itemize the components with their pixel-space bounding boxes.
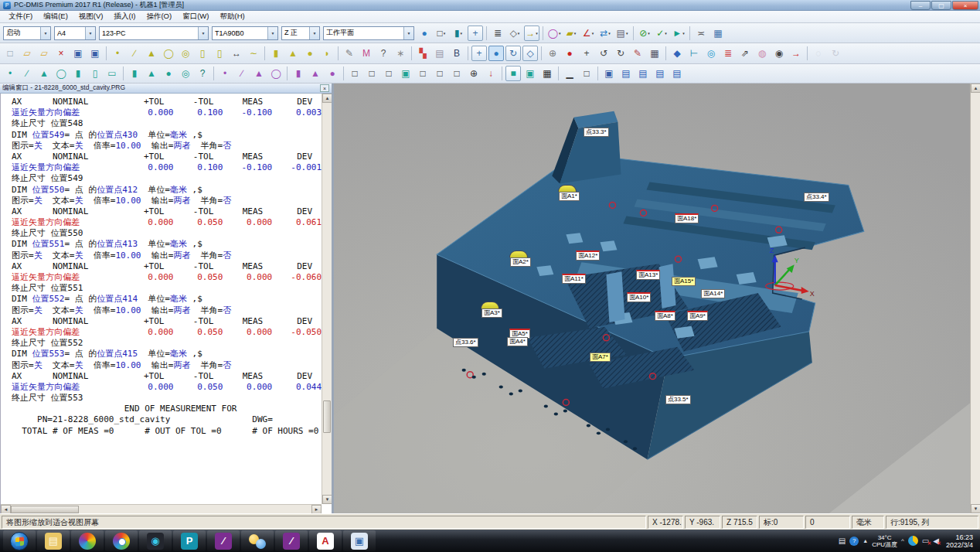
dropdown-arrow-icon[interactable]: ▾ xyxy=(592,31,594,36)
viewer-app[interactable]: ▣ xyxy=(343,530,376,551)
measured-surface-icon[interactable]: ◗ xyxy=(319,46,335,61)
measured-line-icon[interactable]: ∕ xyxy=(127,46,142,61)
measured-curve-icon[interactable]: ∼ xyxy=(246,46,261,61)
cad-app-1[interactable]: ∕ xyxy=(207,530,240,551)
rotate-3d-icon[interactable]: ↻ xyxy=(613,46,628,61)
auto-cylinder-icon[interactable]: ▮ xyxy=(70,66,86,81)
gage-icon[interactable]: ≍ xyxy=(693,26,709,41)
viewport-scroll-down-icon[interactable]: ▼ xyxy=(971,504,980,513)
report-view-2-icon[interactable]: ▤ xyxy=(635,66,651,81)
dropdown-arrow-icon[interactable]: ▾ xyxy=(574,31,577,36)
constructed-cylinder-icon[interactable]: ▮ xyxy=(291,66,306,81)
feature-label[interactable]: 面A18* xyxy=(675,213,699,223)
translate-view-icon[interactable]: + xyxy=(468,26,483,41)
solid-box-icon[interactable]: ■ xyxy=(505,66,521,81)
help-tray-icon[interactable]: ? xyxy=(849,537,859,546)
report-view-1-icon[interactable]: ▤ xyxy=(618,66,634,81)
measured-cylinder-icon[interactable]: ▮ xyxy=(268,46,284,61)
auto-feature-icon[interactable]: ◯▾ xyxy=(546,26,562,41)
feature-label[interactable]: 面A12* xyxy=(576,250,600,261)
auto-circle-icon[interactable]: ◯ xyxy=(53,66,69,81)
layers-icon[interactable]: ≣ xyxy=(720,46,736,61)
dropdown-arrow-icon[interactable]: ▾ xyxy=(444,31,446,36)
cad-model[interactable]: Z Y X xyxy=(334,83,970,513)
probe-mode-icon[interactable]: ● xyxy=(417,26,432,41)
temp-caret-icon[interactable]: ^ xyxy=(901,537,904,544)
dropdown-arrow-icon[interactable]: ▾ xyxy=(626,31,628,36)
constructed-sphere-icon[interactable]: ● xyxy=(325,66,340,81)
constructed-point-icon[interactable]: • xyxy=(217,66,233,81)
dropdown-arrow-icon[interactable]: ▼ xyxy=(309,27,319,39)
menu-item-1[interactable]: 文件(F) xyxy=(3,11,38,22)
feature-label[interactable]: 面A11* xyxy=(562,274,586,284)
editor-vscroll-thumb[interactable] xyxy=(323,400,331,433)
dropdown-arrow-icon[interactable]: ▼ xyxy=(403,27,413,39)
plane-feature-icon[interactable]: ▰▾ xyxy=(563,26,579,41)
cad-view-icon[interactable]: ◇▾ xyxy=(507,26,522,41)
edit-window-close-icon[interactable]: × xyxy=(320,84,329,92)
workplane-axis-combo[interactable]: Z 正▼ xyxy=(281,26,320,40)
grid-icon[interactable]: ▦ xyxy=(539,66,555,81)
paper-combo[interactable]: A4▼ xyxy=(54,26,96,40)
close-button[interactable]: × xyxy=(952,1,978,10)
shaded-box-icon[interactable]: ▣ xyxy=(522,66,538,81)
dropdown-arrow-icon[interactable]: ▾ xyxy=(608,31,611,36)
shaded-view-icon[interactable]: ● xyxy=(488,46,504,61)
explorer-app[interactable]: ▤ xyxy=(37,530,70,551)
network-tray-icon[interactable]: ▭✕ xyxy=(922,537,929,545)
editor-hscroll-track[interactable] xyxy=(11,505,311,513)
title-bar[interactable]: P PC-DMIS Premium 2017 R1 (Release) - 机器… xyxy=(0,0,980,11)
animation-icon[interactable]: ▦ xyxy=(647,46,662,61)
feature-tree-icon[interactable]: ⊢ xyxy=(686,46,702,61)
editor-vertical-scrollbar[interactable]: ▲ ▼ xyxy=(322,94,332,504)
viewport-scroll-track[interactable] xyxy=(971,93,980,504)
feature-label[interactable]: 面A8* xyxy=(655,311,675,321)
menu-item-6[interactable]: 窗口(W) xyxy=(177,11,214,22)
feature-label[interactable]: 面A14* xyxy=(701,289,725,298)
auto-sphere-icon[interactable]: ● xyxy=(161,66,176,81)
scroll-down-icon[interactable]: ▼ xyxy=(322,495,332,504)
auto-torus-icon[interactable]: ◎ xyxy=(178,66,193,81)
pcdmis-app[interactable]: P xyxy=(173,530,206,551)
auto-plane-icon[interactable]: ▲ xyxy=(36,66,52,81)
import-file-icon[interactable]: ▱ xyxy=(36,46,52,61)
report-view-4-icon[interactable]: ▤ xyxy=(669,66,685,81)
menu-item-2[interactable]: 编辑(E) xyxy=(38,11,73,22)
view-box-7-icon[interactable]: □ xyxy=(449,66,464,81)
edit-window-titlebar[interactable]: 编辑窗口 - 21-8228_6000_std_cavity.PRG × xyxy=(0,83,332,94)
measured-ellipse-icon[interactable]: ◎ xyxy=(178,46,193,61)
weather-tray-icon[interactable] xyxy=(908,536,918,546)
dropdown-arrow-icon[interactable]: ▼ xyxy=(267,27,277,39)
dropdown-arrow-icon[interactable]: ▼ xyxy=(85,27,95,39)
measured-point-icon[interactable]: • xyxy=(110,46,125,61)
capture-app[interactable]: ◉ xyxy=(139,530,172,551)
feature-label[interactable]: 点33.5* xyxy=(665,395,691,404)
pan-icon[interactable]: + xyxy=(579,46,594,61)
dropdown-arrow-icon[interactable]: ▾ xyxy=(559,31,561,36)
browser-app[interactable] xyxy=(71,530,104,551)
feature-label[interactable]: 面A9* xyxy=(687,311,708,321)
menu-item-7[interactable]: 帮助(H) xyxy=(214,11,250,22)
view-box-4-icon[interactable]: ▣ xyxy=(398,66,413,81)
editor-hscroll-thumb[interactable] xyxy=(11,506,79,513)
insert-move-icon[interactable]: → xyxy=(788,46,804,61)
angle-dimension-icon[interactable]: ∠▾ xyxy=(580,26,596,41)
feature-label[interactable]: 面A3* xyxy=(481,308,502,318)
taskbar-clock[interactable]: 16:23 2022/3/4 xyxy=(943,533,973,549)
dropdown-arrow-icon[interactable]: ▾ xyxy=(518,31,520,36)
measured-plane-icon[interactable]: ▲ xyxy=(144,46,159,61)
copy-pattern-icon[interactable]: ▤▾ xyxy=(614,26,630,41)
view-box-5-icon[interactable]: □ xyxy=(415,66,430,81)
window-max-icon[interactable]: □ xyxy=(579,66,594,81)
measurement-report-text[interactable]: AX NOMINAL+TOL-TOLMEASDEV逼近矢量方向偏差0.0000.… xyxy=(1,95,322,504)
menu-item-5[interactable]: 操作(O) xyxy=(141,11,177,22)
menu-item-4[interactable]: 插入(I) xyxy=(108,11,141,22)
feature-label[interactable]: 面A10* xyxy=(627,292,651,302)
view-cube-icon[interactable]: □▾ xyxy=(434,26,449,41)
constructed-circle-icon[interactable]: ◯ xyxy=(268,66,284,81)
workplane-combo[interactable]: 工作平面▼ xyxy=(323,26,414,40)
alignment-icon[interactable]: ⇄▾ xyxy=(597,26,613,41)
report-view-3-icon[interactable]: ▤ xyxy=(652,66,668,81)
auto-unknown-icon[interactable]: ? xyxy=(195,66,210,81)
measured-square-slot-icon[interactable]: ▯ xyxy=(212,46,227,61)
